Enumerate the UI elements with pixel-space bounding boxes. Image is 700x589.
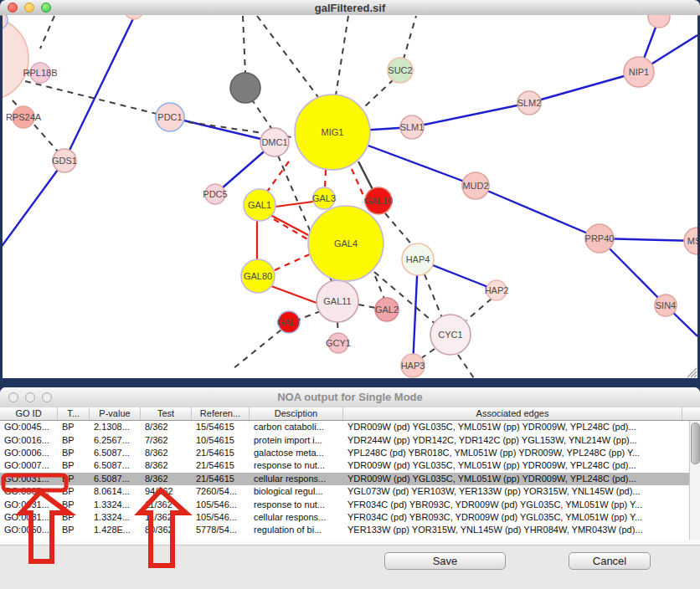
graph-edge[interactable] — [476, 186, 600, 238]
table-cell: GO:0031... — [0, 499, 58, 511]
column-header-associatededges[interactable]: Associated edges — [343, 407, 682, 420]
graph-edge[interactable] — [3, 161, 64, 248]
table-cell: 8/362 — [141, 459, 192, 472]
column-header-goid[interactable]: GO ID — [0, 407, 58, 420]
table-row[interactable]: GO:0031...BP1.3324...11/362105/546...cel… — [0, 511, 689, 524]
table-cell: response to nut... — [250, 459, 343, 472]
graph-edge[interactable] — [364, 79, 394, 107]
column-header-referen[interactable]: Referen... — [192, 407, 250, 420]
graph-edge[interactable] — [412, 103, 529, 127]
node-partial[interactable] — [230, 73, 260, 103]
table-cell: GO:0031... — [0, 511, 58, 524]
graph-edge[interactable] — [25, 81, 170, 117]
node-label: SLM1 — [400, 122, 425, 132]
graph-edge[interactable] — [385, 213, 414, 247]
table-cell: biological regul... — [250, 485, 343, 498]
graph-edge[interactable] — [298, 311, 321, 320]
table-cell: 21/54615 — [192, 459, 250, 472]
node-label: MSN — [687, 236, 697, 246]
table-row[interactable]: GO:0031...BP1.3324...11/362105/546...res… — [0, 498, 689, 510]
column-header-test[interactable]: Test — [141, 407, 192, 420]
table-cell: GO:0006... — [0, 447, 58, 459]
table-cell: YDR009W (pd) YGL035C, YML051W (pp) YDR00… — [343, 421, 682, 433]
graph-window-titlebar[interactable]: galFiltered.sif — [0, 0, 700, 16]
graph-edge[interactable] — [274, 219, 309, 240]
node-label: GAL1 — [248, 200, 271, 210]
table-header: GO IDT...P-valueTestReferen...Desciption… — [0, 407, 700, 421]
graph-edge[interactable] — [275, 202, 313, 207]
graph-edge[interactable] — [271, 286, 317, 303]
noa-window-title: NOA output for Single Mode — [0, 390, 700, 405]
table-row[interactable]: GO:0045...BP2.1308...8/36215/54615carbon… — [0, 421, 689, 433]
graph-edge[interactable] — [40, 16, 54, 49]
table-cell: 21/54615 — [192, 447, 250, 459]
graph-edge[interactable] — [251, 99, 273, 131]
node-label: SUC2 — [388, 65, 412, 75]
graph-edge[interactable] — [64, 15, 136, 161]
graph-edge[interactable] — [425, 274, 442, 318]
node-label: PDC5 — [203, 189, 227, 199]
column-header-pvalue[interactable]: P-value — [90, 407, 141, 420]
graph-edge[interactable] — [529, 72, 639, 103]
graph-edge[interactable] — [243, 16, 245, 74]
node-label: MIG1 — [322, 127, 344, 137]
table-cell: BP — [58, 421, 90, 433]
graph-edge[interactable] — [170, 117, 275, 142]
table-row[interactable]: GO:0016...BP6.2567...7/36210/54615protei… — [0, 433, 689, 446]
table-cell: 15/54615 — [192, 421, 250, 433]
table-row[interactable]: GO:0065...BP8.0614...94/3627260/54...bio… — [0, 485, 689, 498]
results-table: GO:0045...BP2.1308...8/36215/54615carbon… — [0, 421, 689, 540]
node-label: CYC1 — [438, 330, 462, 340]
table-cell: BP — [58, 485, 90, 498]
table-cell: 5778/54... — [192, 524, 250, 536]
node-label: GAL80 — [244, 271, 272, 281]
table-row[interactable]: GO:0007...BP6.5087...8/36221/54615respon… — [0, 459, 689, 472]
graph-edge[interactable] — [257, 16, 321, 100]
scrollbar-thumb[interactable] — [691, 423, 700, 464]
table-cell: YDR244W (pp) YDR142C, YDR142C (pp) YGL15… — [343, 434, 682, 447]
table-cell: 8/362 — [141, 473, 192, 485]
graph-edge[interactable] — [458, 355, 474, 378]
node-label: PRP40 — [585, 233, 615, 243]
column-header-desciption[interactable]: Desciption — [250, 407, 343, 420]
graph-edge[interactable] — [267, 161, 289, 192]
node-label: HAP3 — [401, 361, 425, 371]
node-label: GAL10 — [364, 196, 393, 206]
column-header-t[interactable]: T... — [58, 407, 90, 420]
graph-edge[interactable] — [336, 16, 348, 95]
table-cell: 11/362 — [141, 511, 192, 524]
table-cell: BP — [58, 511, 90, 524]
node-partial[interactable] — [3, 17, 28, 100]
node-partial[interactable] — [648, 15, 670, 28]
table-cell: YDR009W (pd) YGL035C, YML051W (pp) YDR00… — [343, 473, 682, 485]
graph-edge[interactable] — [275, 254, 311, 270]
graph-edge[interactable] — [420, 349, 435, 359]
network-canvas[interactable]: RPL18BRPS24AGDS1PDC1PDC5DMC1SUC2SLM1SLM2… — [3, 15, 697, 378]
vertical-scrollbar[interactable] — [689, 421, 700, 540]
graph-window: galFiltered.sif RPL18BRPS24AGDS1PDC1PDC5… — [0, 0, 700, 387]
table-cell: 11/362 — [141, 499, 192, 511]
table-row[interactable]: GO:0006...BP6.5087...8/36221/54615galact… — [0, 447, 689, 459]
node-label: SLM2 — [517, 98, 542, 108]
table-cell: GO:0007... — [0, 459, 58, 472]
cancel-button[interactable]: Cancel — [569, 552, 651, 570]
table-cell: 105/546... — [192, 511, 250, 524]
graph-edge[interactable] — [325, 170, 326, 188]
save-button[interactable]: Save — [384, 552, 506, 570]
table-cell: 1.3324... — [90, 499, 141, 511]
table-row[interactable]: GO:0050...BP1.428E...80/3625778/54...reg… — [0, 524, 689, 536]
table-cell: 8/362 — [141, 447, 192, 459]
table-cell: 105/546... — [192, 499, 250, 511]
graph-edge[interactable] — [233, 330, 281, 369]
resize-grip-icon[interactable] — [687, 368, 697, 377]
table-cell: carbon cataboli... — [250, 421, 343, 433]
graph-edge[interactable] — [466, 299, 492, 320]
node-label: MUD2 — [462, 181, 488, 191]
node-label: GAL2 — [375, 305, 399, 315]
node-partial[interactable] — [125, 15, 143, 19]
table-cell: BP — [58, 447, 90, 459]
node-label: GAL7 — [277, 317, 301, 327]
graph-edge[interactable] — [358, 305, 376, 308]
noa-window-titlebar[interactable]: NOA output for Single Mode — [0, 387, 700, 408]
table-row[interactable]: GO:0031...BP6.5087...8/36221/54615cellul… — [0, 473, 689, 485]
